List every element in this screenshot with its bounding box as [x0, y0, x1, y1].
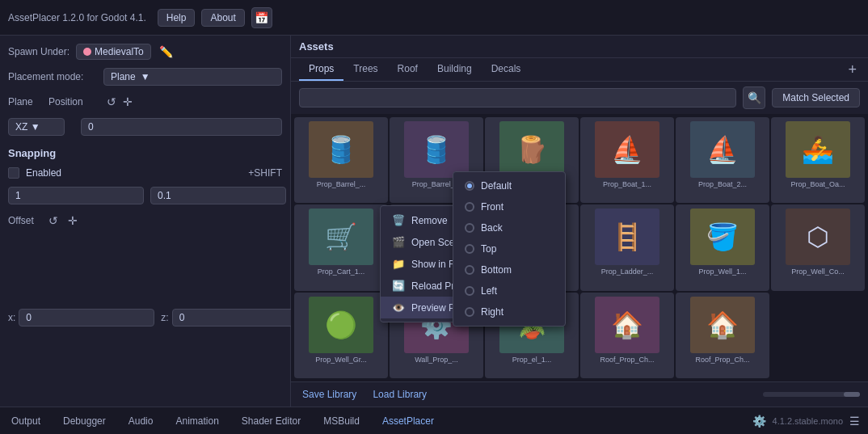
asset-name: Prop_Ladder_...: [601, 268, 654, 276]
offset-row: Offset ↺ ✛: [8, 213, 282, 229]
offset-z-input[interactable]: [172, 309, 308, 327]
reload-preview-icon: 🔄: [392, 280, 405, 292]
spawn-under-label: Spawn Under:: [8, 46, 70, 57]
bottom-tab-shader-editor[interactable]: Shader Editor: [238, 414, 304, 428]
bottom-tab-assetplacer[interactable]: AssetPlacer: [379, 414, 437, 428]
open-scene-icon: 🎬: [392, 236, 405, 248]
snap-value-1[interactable]: [8, 187, 144, 204]
godot-icon: ⚙️: [752, 415, 766, 428]
position-reset-icon[interactable]: ↺: [105, 94, 118, 110]
search-button[interactable]: 🔍: [743, 86, 765, 109]
asset-name: Wall_Prop_...: [415, 356, 458, 364]
preview-perspective-icon: 👁️: [392, 301, 405, 314]
snapping-row: Enabled +SHIFT: [8, 167, 282, 179]
asset-name: Roof_Prop_Ch...: [600, 356, 654, 364]
asset-item[interactable]: 🛢️ Prop_Barrel_...: [294, 117, 388, 203]
snap-value-2[interactable]: [150, 187, 286, 204]
submenu-left[interactable]: Left: [453, 280, 565, 301]
offset-reset-icon[interactable]: ↺: [47, 213, 60, 229]
asset-name: Prop_Boat_Oa...: [790, 180, 845, 188]
match-selected-button[interactable]: Match Selected: [772, 88, 860, 107]
placement-mode-value: Plane: [111, 71, 136, 82]
main-area: Spawn Under: MedievalTo ✏️ Placement mod…: [0, 36, 868, 407]
spawn-node-name: MedievalTo: [95, 46, 144, 57]
asset-name: Prop_Well_Co...: [791, 268, 844, 276]
asset-item[interactable]: ⛵ Prop_Boat_2...: [676, 117, 769, 203]
radio-default: [465, 181, 474, 191]
asset-item[interactable]: ⬡ Prop_Well_Co...: [771, 204, 865, 290]
tab-props[interactable]: Props: [299, 58, 343, 81]
about-button[interactable]: About: [201, 9, 244, 27]
asset-name: Prop_Boat_1...: [603, 180, 651, 188]
asset-name: Roof_Prop_Ch...: [695, 356, 749, 364]
spawn-edit-button[interactable]: ✏️: [158, 44, 175, 60]
asset-item[interactable]: 🟢 Prop_Well_Gr...: [294, 293, 388, 378]
assets-header: Assets: [291, 36, 868, 58]
position-label: Position: [48, 96, 97, 107]
submenu-back[interactable]: Back: [453, 217, 565, 238]
radio-front: [465, 202, 474, 212]
asset-thumbnail: 🚣: [786, 121, 850, 178]
asset-thumbnail: 🛒: [309, 209, 373, 265]
offset-z-label: z:: [161, 312, 168, 323]
save-library-button[interactable]: Save Library: [299, 387, 360, 402]
app-title: AssetPlacer 1.2.0 for Godot 4.1.: [8, 12, 146, 23]
submenu-right[interactable]: Right: [453, 301, 565, 322]
version-text: 4.1.2.stable.mono: [773, 416, 843, 426]
tabs-row: Props Trees Roof Building Decals +: [291, 58, 868, 82]
offset-z-coord: z:: [161, 309, 307, 327]
asset-grid: 🛢️ Prop_Barrel_... 🛢️ Prop_Barrel_... 🪵 …: [291, 114, 868, 381]
submenu-default[interactable]: Default: [453, 175, 565, 196]
asset-name: Prop_Boat_2...: [698, 180, 747, 188]
bottom-tab-audio[interactable]: Audio: [125, 414, 157, 428]
search-bar: 🔍 Match Selected: [291, 82, 868, 114]
asset-item[interactable]: 🏠 Roof_Prop_Ch...: [580, 293, 674, 378]
enabled-checkbox[interactable]: [8, 167, 19, 179]
add-tab-button[interactable]: +: [845, 62, 860, 77]
offset-x-input[interactable]: [19, 309, 154, 327]
offset-add-icon[interactable]: ✛: [66, 213, 79, 229]
help-button[interactable]: Help: [158, 9, 196, 27]
load-library-button[interactable]: Load Library: [369, 387, 430, 402]
ctx-remove-label: Remove: [411, 215, 448, 226]
submenu-top[interactable]: Top: [453, 238, 565, 259]
search-input[interactable]: [299, 88, 736, 107]
tab-roof[interactable]: Roof: [388, 58, 428, 81]
asset-thumbnail: 🛢️: [309, 121, 373, 178]
asset-thumbnail: ⛵: [690, 121, 755, 178]
bottom-tab-output[interactable]: Output: [8, 414, 44, 428]
tab-building[interactable]: Building: [428, 58, 482, 81]
enabled-label: Enabled: [26, 167, 61, 179]
bottom-tab-msbuild[interactable]: MSBuild: [320, 414, 363, 428]
asset-item[interactable]: 🛒 Prop_Cart_1...: [294, 204, 388, 290]
tab-decals[interactable]: Decals: [482, 58, 531, 81]
placement-mode-label: Placement mode:: [8, 71, 97, 82]
asset-item[interactable]: ⛵ Prop_Boat_1...: [580, 117, 674, 203]
plane-label: Plane: [8, 96, 40, 107]
calendar-icon[interactable]: 📅: [251, 7, 272, 28]
perspective-submenu: Default Front Back Top Bottom Left: [453, 171, 566, 327]
radio-right: [465, 307, 474, 317]
position-add-icon[interactable]: ✛: [121, 94, 134, 110]
bottom-tab-debugger[interactable]: Debugger: [60, 414, 109, 428]
tab-trees[interactable]: Trees: [343, 58, 387, 81]
bottom-tab-animation[interactable]: Animation: [172, 414, 221, 428]
submenu-front[interactable]: Front: [453, 196, 565, 217]
asset-thumbnail: 🪵: [499, 121, 564, 178]
submenu-bottom[interactable]: Bottom: [453, 259, 565, 280]
plane-axis-value: XZ: [15, 121, 27, 133]
snapping-title: Snapping: [8, 147, 282, 159]
scroll-bar[interactable]: [763, 392, 860, 397]
footer-right: [763, 392, 860, 397]
plane-axis-select[interactable]: XZ ▼: [8, 118, 65, 136]
radio-top: [465, 244, 474, 254]
asset-thumbnail: 🪜: [595, 209, 659, 265]
asset-item[interactable]: 🏠 Roof_Prop_Ch...: [676, 293, 769, 378]
position-input[interactable]: [81, 118, 282, 136]
asset-item[interactable]: 🪜 Prop_Ladder_...: [580, 204, 674, 290]
placement-mode-select[interactable]: Plane ▼: [103, 68, 282, 86]
radio-left: [465, 286, 474, 296]
asset-item[interactable]: 🚣 Prop_Boat_Oa...: [771, 117, 865, 203]
settings-icon[interactable]: ☰: [849, 415, 860, 428]
asset-item[interactable]: 🪣 Prop_Well_1...: [676, 204, 769, 290]
